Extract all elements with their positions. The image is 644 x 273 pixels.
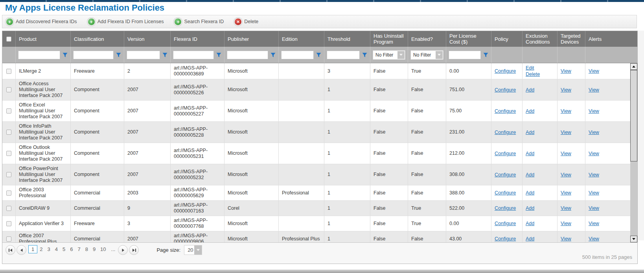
configure-link[interactable]: Configure [495, 129, 516, 136]
configure-link[interactable]: Configure [495, 236, 516, 242]
page-ellipsis[interactable]: ... [110, 245, 117, 252]
filter-icon[interactable] [116, 52, 121, 58]
filter-icon[interactable] [62, 52, 68, 58]
column-header-enabled[interactable]: Enabled? [408, 31, 446, 47]
alerts-view-link[interactable]: View [589, 129, 599, 136]
targeted-devices-view-link[interactable]: View [561, 150, 571, 157]
scrollbar-thumb[interactable] [630, 70, 637, 161]
page-size-dropdown[interactable]: 20 [184, 245, 202, 255]
row-checkbox[interactable] [6, 236, 11, 242]
first-page-button[interactable] [6, 245, 15, 255]
column-header-policy[interactable]: Policy [491, 31, 523, 47]
page-2-button[interactable]: 2 [37, 245, 45, 253]
add-link[interactable]: Add [526, 87, 534, 93]
scroll-up-button[interactable] [630, 63, 637, 70]
row-checkbox[interactable] [6, 191, 11, 196]
edit-link[interactable]: Edit [526, 65, 534, 71]
configure-link[interactable]: Configure [495, 68, 516, 74]
delete-link[interactable]: Delete [526, 71, 540, 77]
configure-link[interactable]: Configure [495, 172, 516, 178]
column-header-flexera-id[interactable]: Flexera ID [171, 31, 224, 47]
add-link[interactable]: Add [526, 172, 534, 178]
page-4-button[interactable]: 4 [53, 245, 60, 253]
configure-link[interactable]: Configure [495, 108, 516, 114]
filter-icon[interactable] [270, 52, 276, 58]
page-10-button[interactable]: 10 [98, 245, 108, 253]
column-header-edition[interactable]: Edition [279, 31, 324, 47]
filter-input-threshold[interactable] [327, 51, 360, 59]
targeted-devices-view-link[interactable]: View [561, 108, 571, 114]
column-header-threshold[interactable]: Threshold [324, 31, 370, 47]
page-7-button[interactable]: 7 [75, 245, 83, 253]
previous-page-button[interactable] [17, 245, 26, 255]
filter-dropdown-has-uninstall-program[interactable]: No Filter [373, 50, 405, 60]
filter-input-edition[interactable] [281, 51, 314, 59]
delete-button[interactable]: ✕ Delete [235, 18, 258, 25]
scroll-down-button[interactable] [630, 236, 637, 242]
page-9-button[interactable]: 9 [90, 245, 98, 253]
configure-link[interactable]: Configure [495, 150, 516, 157]
add-link[interactable]: Add [526, 129, 534, 136]
targeted-devices-view-link[interactable]: View [561, 129, 571, 136]
alerts-view-link[interactable]: View [589, 236, 599, 242]
column-header-targeted-devices[interactable]: Targeted Devices [558, 31, 585, 47]
row-checkbox[interactable] [6, 221, 11, 226]
alerts-view-link[interactable]: View [589, 220, 599, 227]
row-checkbox[interactable] [6, 108, 11, 114]
add-link[interactable]: Add [526, 220, 534, 227]
configure-link[interactable]: Configure [495, 190, 516, 196]
column-header-classification[interactable]: Classification [71, 31, 124, 47]
row-checkbox[interactable] [6, 206, 11, 211]
column-header-exclusion-conditions[interactable]: Exclusion Conditions [523, 31, 558, 47]
column-header-product[interactable]: Product [16, 31, 71, 47]
alerts-view-link[interactable]: View [589, 190, 599, 196]
column-header-per-license-cost[interactable]: Per License Cost ($) [446, 31, 491, 47]
add-link[interactable]: Add [526, 236, 534, 242]
configure-link[interactable]: Configure [495, 205, 516, 211]
column-header-alerts[interactable]: Alerts [585, 31, 637, 47]
targeted-devices-view-link[interactable]: View [561, 205, 571, 211]
last-page-button[interactable] [129, 245, 139, 255]
vertical-scrollbar[interactable] [630, 63, 637, 242]
add-link[interactable]: Add [526, 190, 534, 196]
alerts-view-link[interactable]: View [589, 68, 599, 74]
row-checkbox[interactable] [6, 151, 11, 156]
filter-dropdown-enabled[interactable]: No Filter [410, 50, 443, 60]
filter-icon[interactable] [162, 52, 168, 58]
filter-input-version[interactable] [127, 51, 160, 59]
column-header-publisher[interactable]: Publisher [224, 31, 279, 47]
page-1-button[interactable]: 1 [28, 245, 37, 253]
row-checkbox[interactable] [6, 172, 11, 177]
filter-input-per-license-cost[interactable] [449, 51, 481, 59]
filter-icon[interactable] [483, 52, 489, 58]
add-flexera-id-from-licenses-button[interactable]: + Add Flexera ID From Licenses [88, 18, 164, 25]
filter-input-classification[interactable] [73, 51, 114, 59]
select-all-checkbox[interactable] [6, 37, 11, 42]
add-link[interactable]: Add [526, 150, 534, 157]
targeted-devices-view-link[interactable]: View [561, 236, 571, 242]
add-discovered-flexera-ids-button[interactable]: + Add Discovered Flexera IDs [6, 18, 77, 25]
filter-input-product[interactable] [18, 51, 60, 59]
filter-icon[interactable] [216, 52, 222, 58]
alerts-view-link[interactable]: View [589, 108, 599, 114]
page-3-button[interactable]: 3 [45, 245, 52, 253]
targeted-devices-view-link[interactable]: View [561, 190, 571, 196]
targeted-devices-view-link[interactable]: View [561, 68, 571, 74]
alerts-view-link[interactable]: View [589, 172, 599, 178]
row-checkbox[interactable] [6, 69, 11, 74]
alerts-view-link[interactable]: View [589, 205, 599, 211]
page-5-button[interactable]: 5 [60, 245, 68, 253]
column-header-has-uninstall-program[interactable]: Has Uninstall Program [370, 31, 408, 47]
row-checkbox[interactable] [6, 130, 11, 135]
targeted-devices-view-link[interactable]: View [561, 172, 571, 178]
configure-link[interactable]: Configure [495, 220, 516, 227]
alerts-view-link[interactable]: View [589, 87, 599, 93]
targeted-devices-view-link[interactable]: View [561, 220, 571, 227]
next-page-button[interactable] [118, 245, 128, 255]
targeted-devices-view-link[interactable]: View [561, 87, 571, 93]
alerts-view-link[interactable]: View [589, 150, 599, 157]
page-6-button[interactable]: 6 [68, 245, 75, 253]
filter-icon[interactable] [362, 52, 368, 58]
page-8-button[interactable]: 8 [83, 245, 90, 253]
filter-input-publisher[interactable] [227, 51, 268, 59]
